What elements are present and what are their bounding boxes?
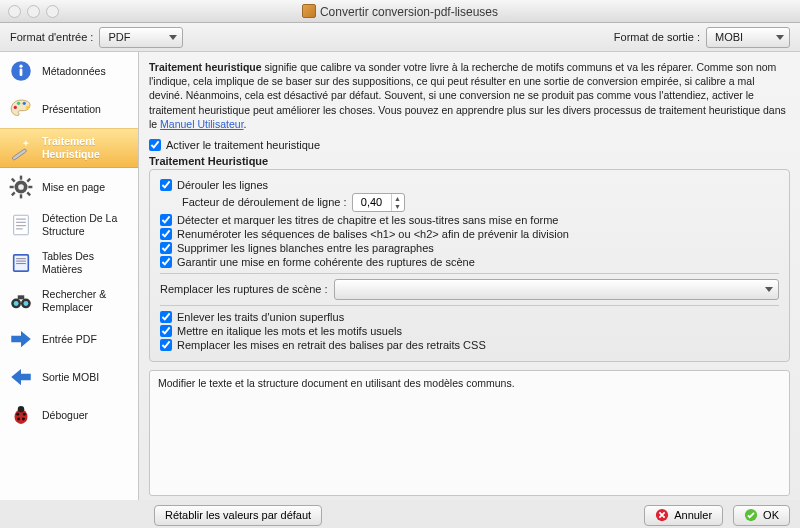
italicize-checkbox[interactable] bbox=[160, 325, 172, 337]
enable-heuristic-checkbox[interactable] bbox=[149, 139, 161, 151]
remove-hyphen-checkbox[interactable] bbox=[160, 311, 172, 323]
svg-rect-26 bbox=[16, 261, 26, 262]
svg-rect-13 bbox=[28, 186, 32, 188]
sidebar-item-input-pdf[interactable]: Entrée PDF bbox=[0, 320, 138, 358]
svg-point-31 bbox=[23, 301, 28, 306]
output-format-label: Format de sortie : bbox=[614, 31, 700, 43]
svg-rect-14 bbox=[11, 178, 16, 183]
palette-icon bbox=[8, 96, 34, 122]
svg-rect-27 bbox=[16, 263, 26, 264]
replace-scene-select[interactable] bbox=[334, 279, 779, 300]
factor-label: Facteur de déroulement de ligne : bbox=[182, 196, 347, 208]
description-box: Modifier le texte et la structure docume… bbox=[149, 370, 790, 496]
arrow-left-icon bbox=[8, 364, 34, 390]
sidebar-item-structure[interactable]: Détection De La Structure bbox=[0, 206, 138, 244]
svg-rect-11 bbox=[20, 194, 22, 198]
svg-rect-22 bbox=[16, 228, 23, 229]
svg-rect-10 bbox=[20, 176, 22, 180]
svg-rect-32 bbox=[18, 295, 25, 299]
restore-defaults-button[interactable]: Rétablir les valeurs par défaut bbox=[154, 505, 322, 526]
svg-point-38 bbox=[22, 418, 25, 421]
svg-point-37 bbox=[17, 418, 20, 421]
svg-rect-15 bbox=[26, 192, 31, 197]
svg-rect-21 bbox=[16, 225, 26, 226]
footer-bar: Rétablir les valeurs par défaut Annuler … bbox=[0, 500, 800, 528]
detect-chapters-checkbox[interactable] bbox=[160, 214, 172, 226]
window-title: Convertir conversion-pdf-liseuses bbox=[0, 4, 800, 19]
factor-stepper[interactable]: ▲▼ bbox=[352, 193, 405, 212]
svg-point-35 bbox=[16, 413, 19, 416]
svg-rect-2 bbox=[20, 69, 23, 76]
binoculars-icon bbox=[8, 288, 34, 314]
unwrap-checkbox[interactable] bbox=[160, 179, 172, 191]
svg-rect-17 bbox=[11, 192, 16, 197]
svg-point-4 bbox=[17, 102, 20, 105]
stepper-up-icon[interactable]: ▲ bbox=[392, 194, 404, 203]
cancel-button[interactable]: Annuler bbox=[644, 505, 723, 526]
svg-rect-20 bbox=[16, 222, 26, 223]
svg-point-30 bbox=[14, 301, 19, 306]
output-format-select[interactable]: MOBI bbox=[706, 27, 790, 48]
wand-icon bbox=[8, 135, 34, 161]
enable-heuristic-label: Activer le traitement heuristique bbox=[166, 139, 320, 151]
bug-icon bbox=[8, 402, 34, 428]
arrow-right-icon bbox=[8, 326, 34, 352]
svg-rect-16 bbox=[26, 178, 31, 183]
sidebar-item-search-replace[interactable]: Rechercher & Remplacer bbox=[0, 282, 138, 320]
ok-button[interactable]: OK bbox=[733, 505, 790, 526]
css-indent-checkbox[interactable] bbox=[160, 339, 172, 351]
svg-rect-25 bbox=[16, 258, 26, 259]
sidebar-item-look-feel[interactable]: Présentation bbox=[0, 90, 138, 128]
ok-icon bbox=[744, 508, 758, 522]
document-icon bbox=[8, 212, 34, 238]
svg-point-34 bbox=[18, 406, 25, 413]
sidebar-item-output-mobi[interactable]: Sortie MOBI bbox=[0, 358, 138, 396]
book-icon bbox=[8, 250, 34, 276]
intro-text: Traitement heuristique signifie que cali… bbox=[149, 60, 790, 131]
replace-scene-label: Remplacer les ruptures de scène : bbox=[160, 283, 328, 295]
info-icon bbox=[8, 58, 34, 84]
remove-blank-checkbox[interactable] bbox=[160, 242, 172, 254]
svg-point-6 bbox=[26, 106, 29, 109]
gear-icon bbox=[8, 174, 34, 200]
input-format-label: Format d'entrée : bbox=[10, 31, 93, 43]
factor-input[interactable] bbox=[353, 195, 391, 209]
content-pane: Traitement heuristique signifie que cali… bbox=[139, 52, 800, 500]
svg-point-1 bbox=[19, 65, 22, 68]
renumber-headings-checkbox[interactable] bbox=[160, 228, 172, 240]
sidebar-item-page-setup[interactable]: Mise en page bbox=[0, 168, 138, 206]
svg-rect-12 bbox=[10, 186, 14, 188]
heuristic-panel: Dérouler les lignes Facteur de dérouleme… bbox=[149, 169, 790, 362]
format-toolbar: Format d'entrée : PDF Format de sortie :… bbox=[0, 23, 800, 52]
sidebar-item-debug[interactable]: Déboguer bbox=[0, 396, 138, 434]
app-icon bbox=[302, 4, 316, 18]
cancel-icon bbox=[655, 508, 669, 522]
svg-point-3 bbox=[14, 106, 17, 109]
stepper-down-icon[interactable]: ▼ bbox=[392, 202, 404, 211]
svg-rect-7 bbox=[12, 149, 27, 161]
sidebar-item-metadata[interactable]: Métadonnées bbox=[0, 52, 138, 90]
user-manual-link[interactable]: Manuel Utilisateur bbox=[160, 118, 243, 130]
section-title: Traitement Heuristique bbox=[149, 155, 790, 167]
title-bar: Convertir conversion-pdf-liseuses bbox=[0, 0, 800, 23]
sidebar-item-toc[interactable]: Tables Des Matières bbox=[0, 244, 138, 282]
svg-point-36 bbox=[23, 413, 26, 416]
scene-breaks-checkbox[interactable] bbox=[160, 256, 172, 268]
input-format-select[interactable]: PDF bbox=[99, 27, 183, 48]
svg-point-9 bbox=[18, 184, 24, 190]
svg-point-5 bbox=[23, 102, 26, 105]
sidebar: Métadonnées Présentation Traitement Heur… bbox=[0, 52, 139, 500]
svg-rect-19 bbox=[16, 219, 26, 220]
sidebar-item-heuristic[interactable]: Traitement Heuristique bbox=[0, 128, 138, 168]
